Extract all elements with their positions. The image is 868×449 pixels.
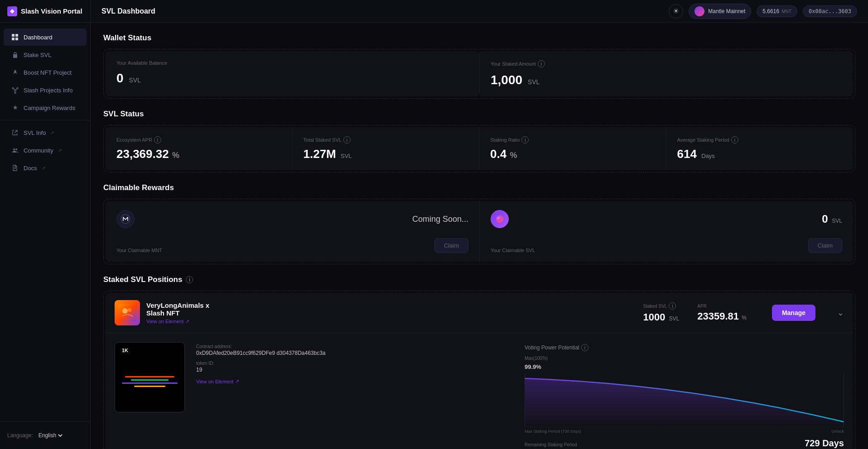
sidebar-item-dashboard[interactable]: Dashboard [4,29,87,46]
token-balance-value: 5.6616 [762,8,779,14]
sidebar: Slash Vision Portal Dashboard Stake [0,0,91,449]
svg-point-6 [12,87,14,89]
staking-ratio-label: Staking Ratio i [490,136,655,143]
theme-icon: ☀ [673,7,679,15]
avg-period-unit: Days [701,153,715,159]
svg-point-7 [17,87,18,89]
svg-rect-3 [15,38,18,40]
staked-positions-title: Staked SVL Positions i [103,275,855,284]
collapse-button[interactable]: ⌄ [837,308,844,318]
staked-svl-info-icon[interactable]: i [669,302,676,310]
claim-card-svl: 0 SVL Your Claimable SVL Claim [479,201,853,262]
chart-labels: Max Staking Period (730 Days) Unlock [525,429,844,434]
sidebar-item-stake[interactable]: Stake SVL [4,46,87,63]
svg-rect-0 [12,34,14,37]
logo-icon [7,6,17,16]
staking-ratio-info-icon[interactable]: i [521,136,529,143]
positions-info-icon[interactable]: i [186,276,193,283]
wallet-card-available: Your Available Balance 0 SVL [106,51,479,96]
sidebar-item-boost[interactable]: Boost NFT Project [4,64,87,81]
ext-icon: ↗ [50,130,54,135]
topbar-right: ☀ Mantle Mainnet 5.6616 MNT 0x08ac...360… [669,4,857,19]
staked-amount-value: 1,000 SVL [491,73,842,87]
topbar: SVL Dashboard ☀ Mantle Mainnet 5.6616 MN… [91,0,868,23]
total-staked-info-icon[interactable]: i [343,136,351,143]
svg-point-19 [497,217,500,220]
sidebar-item-label: Campaign Rewards [24,105,75,111]
voting-power-title: Voting Power Potential i [525,344,844,351]
svg-point-14 [15,148,17,150]
claim-mnt-button[interactable]: Claim [434,238,468,253]
ecosystem-apr-value: 23,369.32 % [116,147,281,161]
token-balance-unit: MNT [781,9,791,14]
positions-container: VeryLongAnimals x Slash NFT View on Elem… [103,291,855,449]
nft-badge: 1K [119,346,131,354]
sidebar-item-docs[interactable]: Docs ↗ [4,159,87,177]
sidebar-logo: Slash Vision Portal [0,0,90,23]
claim-svl-unit: SVL [832,218,842,224]
sidebar-item-label: Stake SVL [24,52,51,58]
wallet-status-panel: Your Available Balance 0 SVL Your Staked… [103,49,855,99]
position-view-link[interactable]: View on Element ↗ [146,319,637,325]
position-stats: Staked SVL i 1000 SVL APR [643,302,844,323]
claimable-rewards-panel: Coming Soon... Your Claimable MNT Claim [103,199,855,264]
svg-point-13 [13,148,15,150]
sidebar-item-label: SVL Info [24,129,46,136]
svg-point-22 [128,308,131,312]
network-avatar [694,6,704,16]
wallet-grid: Your Available Balance 0 SVL Your Staked… [106,51,853,96]
remaining-days-value: 729 Days [805,438,844,449]
content: Wallet Status Your Available Balance 0 S… [91,23,868,449]
users-icon [11,146,19,154]
apr-info-icon[interactable]: i [154,136,161,143]
svg-rect-2 [12,38,14,40]
rocket-icon [11,68,19,76]
claimable-rewards-title: Claimable Rewards [103,183,855,192]
theme-toggle-button[interactable]: ☀ [669,4,683,19]
wallet-card-staked: Your Staked Amount i 1,000 SVL [479,51,853,96]
claim-svl-label: Your Claimable SVL [491,248,535,253]
nft-view-link[interactable]: View on Element ↗ [196,378,516,384]
available-balance-value: 0 SVL [116,71,468,86]
avg-period-info-icon[interactable]: i [731,136,738,143]
sidebar-item-label: Dashboard [24,34,53,41]
claim-svl-button[interactable]: Claim [808,238,842,253]
svl-status-title: SVL Status [103,110,855,119]
wallet-address[interactable]: 0x08ac...3603 [803,5,857,17]
wallet-address-text: 0x08ac...3603 [809,8,851,14]
avg-period-value: 614 Days [677,147,843,161]
claim-grid: Coming Soon... Your Claimable MNT Claim [106,201,853,262]
nft-thumbnail-detail: 1K [115,342,185,412]
token-id-label: token ID: [196,361,516,366]
staked-info-icon[interactable]: i [538,60,545,67]
staking-ratio-unit: % [510,151,517,160]
sidebar-item-slash-projects[interactable]: Slash Projects Info [4,81,87,99]
sidebar-item-svl-info[interactable]: SVL Info ↗ [4,124,87,141]
sidebar-item-community[interactable]: Community ↗ [4,142,87,159]
staked-svl-unit: SVL [669,315,680,322]
nft-ext-icon: ↗ [235,378,239,384]
ext-icon2: ↗ [58,148,62,153]
svg-rect-20 [118,304,136,322]
svg-point-8 [14,92,16,93]
status-card-staking-ratio: Staking Ratio i 0.4 % [479,127,666,170]
remaining-period-label: Remaining Staking Period [525,442,577,447]
network-badge[interactable]: Mantle Mainnet [689,4,751,19]
position-nft-thumbnail [115,300,140,325]
svl-status-panel: Ecosystem APR i 23,369.32 % Total Staked… [103,125,855,172]
sidebar-item-campaign[interactable]: Campaign Rewards [4,99,87,116]
mnt-logo [116,210,135,228]
svg-line-9 [14,89,14,90]
ext-icon3: ↗ [42,166,45,171]
staked-svl-value: 1000 SVL [643,311,680,323]
language-select[interactable]: English [37,432,64,439]
voting-power-info-icon[interactable]: i [581,344,588,351]
external-link-small-icon: ↗ [185,319,189,325]
staked-amount-label: Your Staked Amount i [491,60,842,67]
claim-svl-value: 0 SVL [822,213,842,225]
claim-header-mnt: Coming Soon... [116,210,468,228]
token-id-row: token ID: 19 [196,361,516,373]
logo-text: Slash Vision Portal [21,7,82,15]
ecosystem-apr-label: Ecosystem APR i [116,136,281,143]
manage-button[interactable]: Manage [772,305,815,321]
